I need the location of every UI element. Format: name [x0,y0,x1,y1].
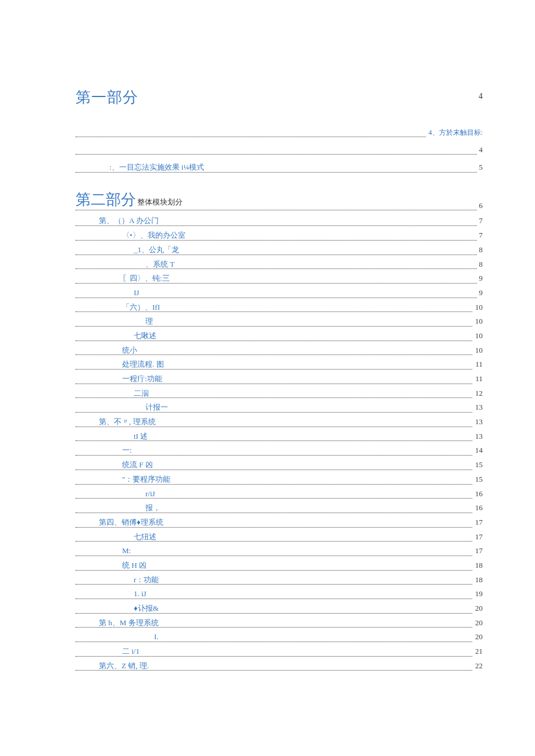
part1-header: 第一部分 4 [76,87,483,108]
toc-entry: tI 述13 [76,429,483,444]
leader-dots [76,484,483,485]
toc-page: 17 [473,544,483,558]
toc-label: 七狃述 [134,532,158,541]
toc-entry: 二 i/121 [76,644,483,659]
toc-entry: 「六）、IfI10 [76,300,483,315]
leader-dots [76,599,483,599]
leader-dots [76,326,483,327]
toc-label: 第六、Z 销, 理. [99,661,151,670]
toc-entry: 第 h、M 务理系统20 [76,616,483,630]
toc-page: 15 [473,472,483,487]
leader-dots [76,240,483,241]
toc-entry: 〈•〉、我的办公室7 [76,228,483,243]
toc-page: 4 [477,143,483,157]
toc-entry: IJ9 [76,286,483,300]
toc-entry: 1. iJ19 [76,587,483,601]
toc-page: 12 [473,386,483,401]
toc-page: 13 [473,400,483,415]
toc-label: 统小 [122,346,139,354]
toc-page: 17 [473,515,483,530]
toc-label: 一: [122,446,134,454]
leader-dots [76,613,483,614]
toc-page: 5 [477,160,483,175]
part2-row: 第二部分整体模块划分 6 [76,185,483,214]
leader-dots [76,498,483,499]
toc-label: 第、不〃, 理系统 [99,417,158,426]
toc-label: 报， [145,503,162,512]
toc-label: r/iJ [145,489,157,498]
toc-label: 第 h、M 务理系统 [99,618,160,627]
toc-entry: 统小10 [76,343,483,358]
toc-entry: 第、（）A 办公门7 [76,214,483,228]
toc-label: I. [154,632,160,641]
leader-dots [76,341,483,341]
toc-entry: r/iJ16 [76,487,483,501]
toc-entry: 4 [76,143,483,157]
toc-entry: 理10 [76,314,483,329]
toc-page: 14 [473,443,483,458]
toc-label: 一程疔:功能 [122,374,164,383]
leader-dots [76,570,483,571]
toc-entry: 计报一13 [76,400,483,415]
leader-dots [76,527,483,528]
leader-dots [76,137,483,137]
toc-entry: 统 H 凶18 [76,558,483,573]
leader-dots [76,470,483,470]
part1-title: 第一部分 [76,89,138,106]
leader-dots [76,556,483,556]
toc-page: 18 [473,573,483,587]
leader-dots [76,172,483,173]
toc-entry: "：要程序功能15 [76,472,483,487]
toc-label: IJ [134,288,141,297]
toc-page: 21 [473,644,483,659]
toc-label [109,145,113,154]
toc-entry: 处理流程. 图11 [76,357,483,372]
toc-entry: 4、方於末触目标: [76,125,483,139]
leader-dots [76,541,483,542]
leader-dots [76,440,483,441]
toc-label: :、一目忘法实施效果 i¼模式 [109,163,206,171]
toc-entry: 〖四〉、钝:三9 [76,271,483,286]
toc-entry: r：功能18 [76,573,483,587]
toc-page: 10 [473,300,483,315]
toc-entry: 报，16 [76,501,483,515]
toc-label: tI 述 [134,432,149,440]
toc-label: 处理流程. 图 [122,360,166,368]
toc-label: 〈•〉、我的办公室 [122,231,187,239]
toc-page: 16 [473,487,483,501]
toc-page: 7 [477,214,483,228]
toc-page: 7 [477,228,483,243]
toc-page: 16 [473,501,483,515]
toc-entry: 二泅12 [76,386,483,401]
toc-page: 20 [473,601,483,616]
leader-dots [76,154,483,155]
toc-page: 20 [473,616,483,630]
toc-entry: M:17 [76,544,483,558]
toc-page: 8 [477,257,483,272]
leader-dots [76,268,483,269]
leader-dots [76,627,483,628]
toc-label: 第、（）A 办公门 [99,216,160,225]
toc-page: 9 [477,271,483,286]
toc-label [109,127,113,136]
toc-page: 8 [477,243,483,257]
toc-page: 13 [473,415,483,429]
part2-title: 第二部分 [76,191,137,208]
toc-entry: 一程疔:功能11 [76,372,483,386]
leader-dots [76,369,483,370]
toc-entry: 七啾述10 [76,329,483,343]
toc-label: "：要程序功能 [122,475,172,483]
leader-dots [76,225,483,226]
page-container: 第一部分 4 4、方於末触目标: 4:、一目忘法实施效果 i¼模式5 第二部分整… [0,0,535,673]
toc-entry: 一:14 [76,443,483,458]
leader-dots [76,311,483,312]
toc-page: 22 [473,659,483,673]
toc-label: 二 i/1 [122,647,141,655]
toc-page: 15 [473,458,483,472]
toc-label: 「六）、IfI [122,303,162,311]
toc-label: 二泅 [134,389,151,397]
leader-dots [76,670,483,671]
toc-page: 10 [473,343,483,358]
leader-dots [76,427,483,427]
toc-entry: 第、不〃, 理系统13 [76,415,483,429]
